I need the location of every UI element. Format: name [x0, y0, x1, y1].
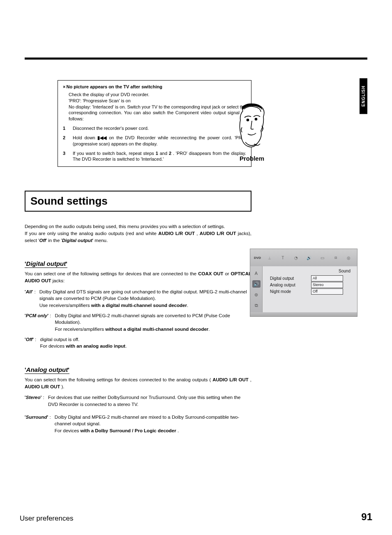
settings-icon: ⊚ — [252, 291, 261, 298]
page-number: 91 — [361, 511, 372, 523]
problem-face-illustration — [235, 103, 268, 152]
language-tab: ENGLISH — [360, 78, 367, 114]
digital-output-definitions: 'All' : Dolby Digital and DTS signals ar… — [25, 288, 251, 350]
definition-item: 'Stereo' : For devices that use neither … — [25, 394, 251, 408]
definition-item: 'Off' : digital output is off. For devic… — [25, 336, 251, 350]
osd-row-label: Night mode — [270, 289, 311, 294]
osd-menu-row: Digital output All — [270, 275, 353, 281]
step-number: 3 — [63, 150, 66, 163]
problem-callout: × No picture appears on the TV after swi… — [58, 80, 251, 167]
monitor-icon: ▭ — [318, 254, 327, 261]
osd-row-value: Off — [311, 288, 343, 295]
other-icon: ⧉ — [252, 302, 261, 309]
osd-row-label: Analog output — [270, 283, 311, 287]
step-text: Hold down ▮◀◀ on the DVD Recorder while … — [73, 135, 246, 147]
analog-output-heading: 'Analog output' — [25, 366, 367, 374]
rewind-icon: ▮◀◀ — [97, 135, 106, 141]
osd-topbar: DVD ⟂ T ◔ 🔊 ▭ ⧈ ◎ — [250, 249, 357, 266]
definition-item: 'All' : Dolby Digital and DTS signals ar… — [25, 288, 251, 309]
osd-sidebar: A 🔊 ⊚ ⧉ — [250, 266, 263, 312]
clock-icon: ◔ — [291, 254, 300, 261]
svg-point-0 — [247, 119, 249, 121]
step-text: If you want to switch back, repeat steps… — [73, 150, 246, 163]
osd-menu-screenshot: DVD ⟂ T ◔ 🔊 ▭ ⧈ ◎ A 🔊 ⊚ ⧉ Sound Digital … — [250, 249, 357, 317]
osd-menu-row: Analog output Stereo — [270, 281, 353, 288]
disc-icon: ◎ — [344, 254, 353, 261]
osd-row-value: All — [311, 275, 343, 281]
problem-body-line: No display: 'Interlaced' is on. Switch y… — [69, 104, 246, 122]
letter-t-icon: T — [278, 254, 287, 261]
speaker-selected-icon: 🔊 — [252, 280, 261, 288]
osd-panel-title: Sound — [270, 269, 353, 273]
problem-title: No picture appears on the TV after switc… — [66, 84, 162, 90]
disc-tray-icon: ⧈ — [331, 254, 340, 261]
section-title: Sound settings — [30, 195, 246, 208]
svg-point-1 — [255, 118, 257, 120]
problem-body-line: Check the display of your DVD recorder. — [69, 92, 246, 98]
osd-row-value: Stereo — [311, 282, 343, 288]
step-number: 2 — [63, 135, 66, 147]
text-format-icon: A — [252, 270, 261, 277]
antenna-icon: ⟂ — [265, 254, 274, 261]
definition-item: 'PCM only' : Dolby Digital and MPEG-2 mu… — [25, 312, 251, 333]
digital-output-paragraph: You can select one of the following sett… — [25, 270, 251, 284]
osd-menu-row: Night mode Off — [270, 288, 353, 295]
footer-section-name: User preferences — [20, 514, 73, 523]
problem-body-line: 'PRO': 'Progressive Scan' is on — [69, 98, 246, 104]
problem-label: Problem — [233, 155, 270, 162]
intro-paragraph: Depending on the audio outputs being use… — [25, 223, 251, 244]
definition-item: 'Surround' : Dolby Digital and MPEG-2 mu… — [25, 414, 251, 434]
section-title-box: Sound settings — [25, 191, 251, 212]
analog-output-definitions: 'Stereo' : For devices that use neither … — [25, 394, 251, 434]
osd-row-label: Digital output — [270, 276, 311, 281]
step-number: 1 — [63, 125, 66, 131]
bullet-mark: × — [63, 84, 65, 90]
analog-output-paragraph: You can select from the following settin… — [25, 376, 251, 390]
osd-bottombar — [250, 312, 357, 316]
osd-dvd-label: DVD — [254, 256, 261, 260]
speaker-icon: 🔊 — [304, 254, 314, 261]
top-divider — [25, 58, 367, 60]
step-text: Disconnect the recorder's power cord. — [73, 125, 246, 131]
